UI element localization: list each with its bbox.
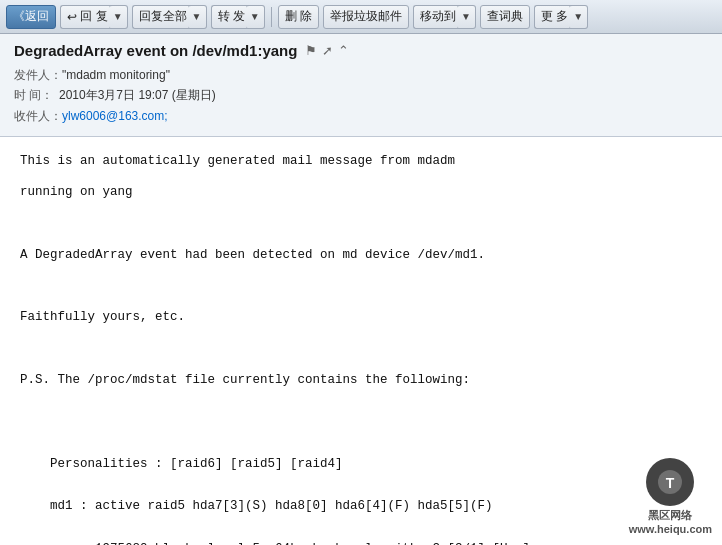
email-subject: DegradedArray event on /dev/md1:yang (14, 42, 297, 59)
sender-row: 发件人： "mdadm monitoring" (14, 65, 708, 85)
email-body: This is an automatically generated mail … (0, 137, 722, 545)
body-line-7 (20, 339, 702, 360)
personalities-line: Personalities : [raid6] [raid5] [raid4] (50, 457, 343, 471)
more-dropdown[interactable]: ▼ (569, 5, 588, 29)
forward-button[interactable]: 转 发 (211, 5, 251, 29)
watermark: T 黑区网络 www.heiqu.com (629, 458, 712, 535)
flag-icon[interactable]: ⚑ (305, 43, 317, 58)
move-button[interactable]: 移动到 (413, 5, 462, 29)
sender-value: "mdadm monitoring" (62, 65, 170, 85)
reply-icon: ↩ (67, 10, 77, 24)
body-line-2: running on yang (20, 182, 702, 203)
back-button[interactable]: 《返回 (6, 5, 56, 29)
to-email[interactable]: ylw6006@163.com; (62, 106, 168, 126)
subject-row: DegradedArray event on /dev/md1:yang ⚑ ➚… (14, 42, 708, 59)
reply-all-dropdown[interactable]: ▼ (188, 5, 207, 29)
time-label: 时 间： (14, 85, 59, 105)
back-label: 《返回 (13, 8, 49, 25)
more-button[interactable]: 更 多 (534, 5, 574, 29)
email-action-icons: ⚑ ➚ ⌃ (305, 43, 349, 58)
collapse-icon[interactable]: ⌃ (338, 43, 349, 58)
watermark-logo: T (646, 458, 694, 506)
reply-all-button[interactable]: 回复全部 (132, 5, 193, 29)
to-row: 收件人： ylw6006@163.com; (14, 106, 708, 126)
body-line-1: This is an automatically generated mail … (20, 151, 702, 172)
delete-button[interactable]: 删 除 (278, 5, 319, 29)
spam-button[interactable]: 举报垃圾邮件 (323, 5, 409, 29)
time-value: 2010年3月7日 19:07 (星期日) (59, 85, 216, 105)
dict-button[interactable]: 查词典 (480, 5, 530, 29)
body-line-6: Faithfully yours, etc. (20, 307, 702, 328)
email-header: DegradedArray event on /dev/md1:yang ⚑ ➚… (0, 34, 722, 137)
sender-label: 发件人： (14, 65, 62, 85)
body-line-4: A DegradedArray event had been detected … (20, 245, 702, 266)
reply-dropdown[interactable]: ▼ (109, 5, 128, 29)
separator-1 (271, 7, 272, 27)
email-meta: 发件人： "mdadm monitoring" 时 间： 2010年3月7日 1… (14, 65, 708, 126)
move-dropdown[interactable]: ▼ (457, 5, 476, 29)
body-mono-block: Personalities : [raid6] [raid5] [raid4] … (20, 432, 702, 545)
svg-text:T: T (666, 475, 675, 491)
heiqu-logo-icon: T (656, 468, 684, 496)
body-line-3 (20, 214, 702, 235)
body-line-5 (20, 276, 702, 297)
toolbar: 《返回 ↩ 回 复 ▼ 回复全部 ▼ 转 发 ▼ 删 除 举报垃圾邮件 移动到 … (0, 0, 722, 34)
external-link-icon[interactable]: ➚ (322, 43, 333, 58)
body-line-8: P.S. The /proc/mdstat file currently con… (20, 370, 702, 391)
watermark-site: 黑区网络 www.heiqu.com (629, 508, 712, 535)
reply-button[interactable]: ↩ 回 复 (60, 5, 114, 29)
time-row: 时 间： 2010年3月7日 19:07 (星期日) (14, 85, 708, 105)
forward-dropdown[interactable]: ▼ (246, 5, 265, 29)
to-label: 收件人： (14, 106, 62, 126)
md1-line: md1 : active raid5 hda7[3](S) hda8[0] hd… (50, 499, 493, 513)
body-line-9 (20, 401, 702, 422)
